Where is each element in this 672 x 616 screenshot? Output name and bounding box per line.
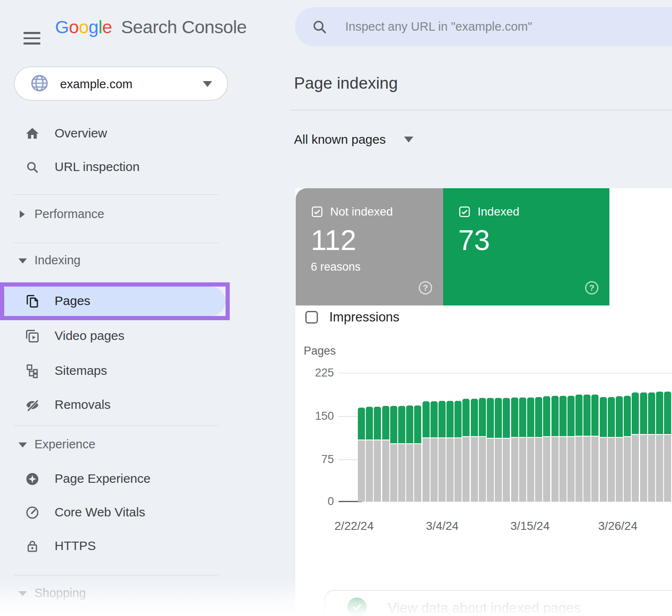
chart-bar[interactable] [430,401,438,502]
card-indexed[interactable]: Indexed 73 ? [443,188,609,305]
card-label: Indexed [478,205,520,218]
chart-bar[interactable] [624,396,631,502]
sidebar-item-pages[interactable]: Pages [0,284,276,318]
y-tick-label: 150 [290,410,334,423]
chart-bar[interactable] [527,398,534,502]
chart-bar[interactable] [382,406,389,502]
chevron-down-icon [203,81,212,87]
chart-bar[interactable] [664,392,671,502]
view-indexed-data-banner[interactable]: View data about indexed pages [325,590,672,616]
page-title: Page indexing [294,74,398,92]
chart-bar[interactable] [358,408,365,502]
y-tick-label: 0 [290,495,334,508]
menu-icon[interactable] [24,32,40,45]
chart-bar[interactable] [462,399,470,502]
sidebar-item-video-pages[interactable]: Video pages [0,319,276,353]
chart-bar[interactable] [390,406,397,502]
chart-bar[interactable] [591,395,598,502]
search-icon [311,18,328,36]
x-tick-label: 3/4/24 [426,519,459,533]
sidebar-item-page-experience[interactable]: Page Experience [0,462,276,496]
app-logo[interactable]: Google Search Console [55,17,247,37]
chevron-right-icon [20,211,25,218]
sidebar-divider [14,194,218,195]
chart-bar[interactable] [583,395,591,502]
property-selector[interactable]: example.com [14,66,228,101]
chart-bar[interactable] [567,396,575,502]
sidebar-item-url-inspection[interactable]: URL inspection [0,150,276,184]
unchecked-checkbox-icon[interactable] [305,311,318,324]
pages-icon [25,294,40,309]
logo-suffix: Search Console [121,17,247,37]
chart-bar[interactable] [511,398,518,502]
chart-bar[interactable] [551,396,559,502]
chart-bar[interactable] [487,398,494,502]
chart-bar[interactable] [414,405,421,502]
chart-bar[interactable] [559,396,567,502]
chart-bar[interactable] [535,397,542,502]
chart-bar[interactable] [503,398,510,502]
x-tick-label: 2/22/24 [334,519,373,533]
google-search-console-app: Google Search Console example.com Overvi… [0,0,672,616]
home-icon [25,126,40,141]
checked-checkbox-icon[interactable] [311,205,323,218]
chart-bar[interactable] [656,392,663,502]
search-input[interactable] [344,19,672,34]
chart-plot[interactable] [358,372,672,502]
sidebar-divider [14,575,218,576]
sidebar-section-shopping[interactable]: Shopping [0,580,276,607]
sidebar-item-https[interactable]: HTTPS [0,529,276,563]
impressions-toggle[interactable]: Impressions [305,310,399,325]
chart-bar[interactable] [640,392,647,502]
chevron-down-icon [18,258,27,263]
sidebar-item-sitemaps[interactable]: Sitemaps [0,354,276,388]
search-icon [25,160,40,175]
sidebar-item-overview[interactable]: Overview [0,117,276,150]
globe-icon [29,73,50,94]
checked-checkbox-icon[interactable] [458,205,471,218]
url-inspect-searchbar[interactable] [295,7,672,46]
chart-bar[interactable] [471,399,478,502]
chart-bar[interactable] [648,392,655,502]
sidebar-section-indexing[interactable]: Indexing [0,247,276,274]
chart-bar[interactable] [366,407,373,502]
chart-bar[interactable] [616,396,623,502]
title-divider [290,110,672,111]
chart-bar[interactable] [398,406,405,502]
chart-bar[interactable] [406,405,413,502]
chart-bar[interactable] [632,392,639,502]
chart-bar[interactable] [543,396,550,502]
chart-y-unit-label: Pages [304,345,336,358]
chart-bar[interactable] [438,401,446,502]
help-icon[interactable]: ? [585,281,598,295]
card-value: 73 [458,224,490,256]
chart-bar[interactable] [446,401,454,502]
sidebar-section-performance[interactable]: Performance [0,201,276,228]
eye-off-icon [25,398,40,413]
y-tick-label: 75 [290,453,334,466]
card-not-indexed[interactable]: Not indexed 112 6 reasons ? [296,188,443,305]
chart-bar[interactable] [575,395,583,502]
help-icon[interactable]: ? [419,281,432,295]
chart-bar[interactable] [495,398,502,502]
chevron-down-icon [404,137,413,142]
chevron-down-icon [18,442,27,448]
sidebar-item-removals[interactable]: Removals [0,388,276,422]
sidebar-section-experience[interactable]: Experience [0,431,276,458]
speedometer-icon [25,505,40,520]
page-filter-dropdown[interactable]: All known pages [294,130,413,149]
chart-bar[interactable] [479,398,486,502]
chart-bar[interactable] [608,397,615,502]
chevron-down-icon [18,591,27,596]
sidebar-divider [14,242,218,243]
card-label: Not indexed [330,205,393,218]
chart-bar[interactable] [600,397,607,502]
chart-bar[interactable] [454,401,462,502]
sidebar-item-core-web-vitals[interactable]: Core Web Vitals [0,496,276,529]
chart-bar[interactable] [519,398,526,502]
chart-bar[interactable] [374,407,381,502]
chart-bar[interactable] [423,401,430,502]
sidebar-divider [14,425,218,426]
card-subtext: 6 reasons [311,261,361,274]
x-tick-label: 3/15/24 [510,519,549,533]
